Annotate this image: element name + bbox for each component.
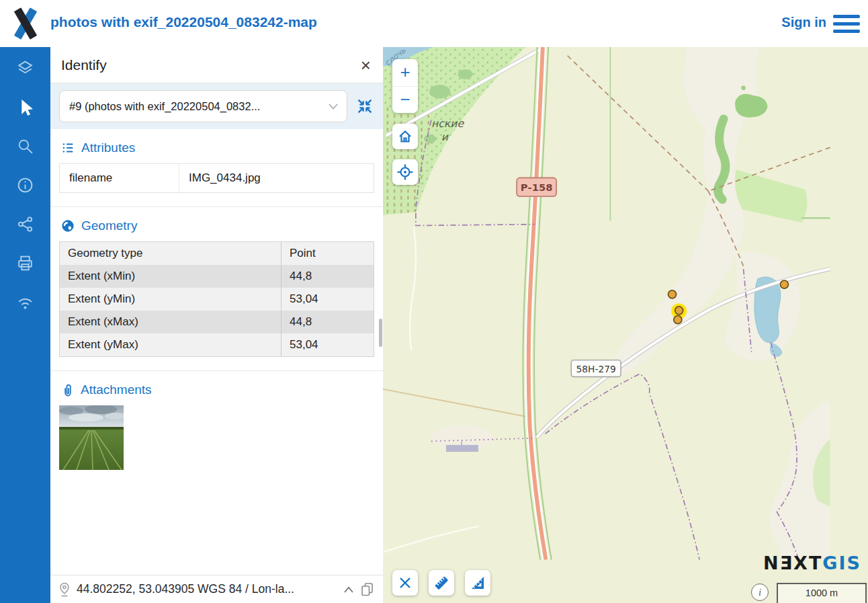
place-label: и xyxy=(441,130,449,143)
feature-select-strip: #9 (photos with exif_20220504_0832... xyxy=(50,83,383,129)
basemap: нские и слочь Р-158 58Н-279 xyxy=(383,47,868,603)
nextgis-logo-icon[interactable] xyxy=(11,9,40,38)
nextgis-watermark: NƎXTGIS xyxy=(763,553,861,573)
attachment-thumbnail[interactable] xyxy=(59,405,124,470)
sign-in-link[interactable]: Sign in xyxy=(781,15,826,30)
svg-text:58Н-279: 58Н-279 xyxy=(576,364,615,374)
measure-distance-button[interactable] xyxy=(429,570,454,596)
panel-title: Identify xyxy=(61,57,107,73)
zoom-control: + − xyxy=(392,59,418,113)
geometry-heading: Geometry xyxy=(61,218,372,233)
identify-cursor-icon[interactable] xyxy=(16,98,34,116)
close-x-icon xyxy=(398,575,413,590)
photo-point[interactable] xyxy=(668,290,677,298)
photo-point[interactable] xyxy=(674,316,682,324)
cursor-coordinates: 44.802252, 53.043905 WGS 84 / Lon-la... xyxy=(77,582,337,596)
table-row: Extent (xMin) 44,8 xyxy=(60,265,374,288)
attribute-key: filename xyxy=(60,164,179,192)
ruler-icon xyxy=(433,574,450,592)
tool-sidebar xyxy=(0,47,50,603)
search-icon[interactable] xyxy=(16,137,34,155)
scale-bar: 1000 m xyxy=(777,583,867,603)
location-pin-icon xyxy=(58,582,71,597)
copy-icon[interactable] xyxy=(361,582,374,596)
geometry-table: Geometry type Point Extent (xMin) 44,8 E… xyxy=(59,241,374,357)
geolocate-button[interactable] xyxy=(392,159,418,185)
trunk-road-shield: Р-158 xyxy=(517,178,556,197)
print-icon[interactable] xyxy=(16,254,34,272)
section-divider xyxy=(50,370,383,371)
map-canvas[interactable]: нские и слочь Р-158 58Н-279 + − xyxy=(383,47,868,603)
identify-panel-header: Identify × xyxy=(50,47,383,83)
identify-panel: Identify × #9 (photos with exif_20220504… xyxy=(50,47,383,603)
home-icon xyxy=(397,128,413,145)
set-square-icon xyxy=(469,574,486,592)
app-header: photos with exif_20220504_083242-map Sig… xyxy=(0,0,868,47)
info-icon[interactable] xyxy=(16,176,34,194)
collapse-panel-icon[interactable] xyxy=(356,97,374,115)
attachments-heading: Attachments xyxy=(61,383,372,397)
section-divider xyxy=(50,206,383,207)
chevron-up-icon[interactable] xyxy=(343,585,355,594)
feature-select-value: #9 (photos with exif_20220504_0832... xyxy=(69,100,260,113)
menu-hamburger-icon[interactable] xyxy=(833,15,860,33)
coordinates-bar: 44.802252, 53.043905 WGS 84 / Lon-la... xyxy=(50,575,383,603)
table-row: Extent (xMax) 44,8 xyxy=(60,311,374,333)
attributes-heading: Attributes xyxy=(61,140,372,155)
zoom-in-button[interactable]: + xyxy=(392,59,418,86)
wifi-icon[interactable] xyxy=(16,293,34,311)
paperclip-icon xyxy=(61,383,74,397)
home-extent-button[interactable] xyxy=(392,124,418,149)
place-label: нские xyxy=(431,117,464,130)
webmap-title: photos with exif_20220504_083242-map xyxy=(50,14,317,30)
locate-target-icon xyxy=(396,163,414,181)
globe-icon xyxy=(61,219,75,233)
table-row: Geometry type Point xyxy=(60,242,374,265)
table-row: Extent (yMin) 53,04 xyxy=(60,288,374,311)
photo-point-selected[interactable] xyxy=(675,307,683,315)
feature-select-dropdown[interactable]: #9 (photos with exif_20220504_0832... xyxy=(59,90,347,122)
photo-point[interactable] xyxy=(780,280,788,288)
attribute-value: IMG_0434.jpg xyxy=(179,164,374,192)
layers-icon[interactable] xyxy=(16,59,34,77)
regional-road-shield: 58Н-279 xyxy=(571,360,621,377)
table-row: Extent (yMax) 53,04 xyxy=(60,333,374,356)
attribution-info-icon[interactable]: i xyxy=(751,584,769,601)
svg-text:Р-158: Р-158 xyxy=(521,182,553,193)
panel-scrollbar[interactable] xyxy=(379,319,382,347)
attributes-list-icon xyxy=(61,141,75,155)
share-icon[interactable] xyxy=(16,215,34,233)
measure-area-button[interactable] xyxy=(465,570,490,596)
clear-measure-button[interactable] xyxy=(392,570,418,596)
chevron-down-icon xyxy=(328,102,339,110)
attributes-table: filename IMG_0434.jpg xyxy=(59,163,374,193)
zoom-out-button[interactable]: − xyxy=(392,86,418,113)
close-icon[interactable]: × xyxy=(361,58,371,72)
